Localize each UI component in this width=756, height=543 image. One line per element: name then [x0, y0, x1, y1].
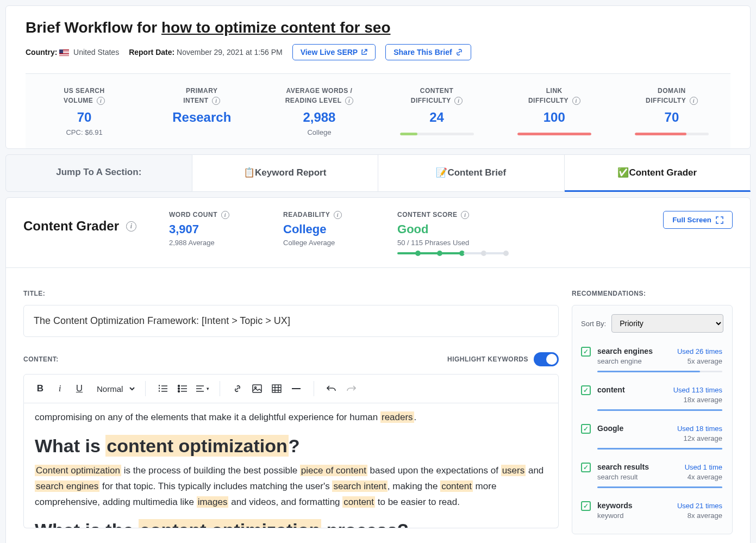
search-volume-value: 70: [31, 110, 138, 125]
rec-keyword: search engines: [597, 347, 653, 355]
grader-title: Content Grader: [23, 211, 136, 234]
content-grader-card: Content Grader WORD COUNT 3,907 2,988 Av…: [5, 197, 751, 543]
fullscreen-button[interactable]: Full Screen: [663, 211, 733, 229]
content-difficulty-value: 24: [384, 110, 490, 125]
recommendations-list[interactable]: ✓ search enginesUsed 26 times search eng…: [572, 340, 732, 525]
align-button[interactable]: ▾: [193, 380, 211, 397]
title-input[interactable]: [23, 305, 559, 337]
rec-used: Used 1 time: [685, 463, 722, 471]
view-serp-button[interactable]: View Live SERP: [292, 44, 376, 60]
expand-icon: [716, 216, 723, 224]
hr-button[interactable]: [288, 380, 305, 397]
stat-avg-words: AVERAGE WORDS /READING LEVEL 2,988 Colle…: [260, 74, 378, 148]
rec-avg: 5x average: [688, 357, 722, 365]
image-button[interactable]: [248, 380, 266, 397]
rec-keyword: Google: [597, 424, 623, 433]
rec-alt: search engine: [597, 357, 642, 365]
stat-search-volume: US SEARCHVOLUME 70 CPC: $6.91: [26, 74, 143, 148]
info-icon[interactable]: [97, 97, 105, 105]
svg-point-2: [178, 391, 180, 392]
svg-point-1: [178, 388, 180, 390]
stat-domain-difficulty: DOMAINDIFFICULTY 70: [613, 74, 730, 148]
svg-point-4: [255, 387, 257, 389]
info-icon[interactable]: [454, 97, 463, 105]
rec-avg: 8x average: [688, 511, 722, 520]
redo-button[interactable]: [342, 380, 360, 397]
bullet-list-button[interactable]: [174, 380, 191, 397]
bold-button[interactable]: B: [32, 380, 49, 397]
report-date: Report Date: November 29, 2021 at 1:56 P…: [129, 48, 282, 57]
title-label: TITLE:: [23, 290, 559, 297]
word-count-stat: WORD COUNT 3,907 2,988 Average: [169, 211, 251, 247]
highlight-keywords-label: HIGHLIGHT KEYWORDS: [447, 355, 528, 363]
rec-used: Used 21 times: [677, 502, 722, 510]
rec-alt: keyword: [597, 511, 623, 520]
rec-used: Used 18 times: [677, 425, 722, 433]
recommendation-item[interactable]: ✓ search resultsUsed 1 time search resul…: [573, 456, 731, 495]
share-brief-button[interactable]: Share This Brief: [385, 44, 471, 60]
recommendation-item[interactable]: ✓ search enginesUsed 26 times search eng…: [573, 340, 731, 379]
svg-rect-5: [272, 385, 281, 392]
svg-rect-3: [253, 385, 261, 392]
svg-point-0: [178, 385, 180, 387]
title-prefix: Brief Workflow for: [26, 19, 161, 36]
page-title: Brief Workflow for how to optimize conte…: [26, 19, 730, 36]
content-editor[interactable]: compromising on any of the elements that…: [23, 403, 559, 528]
rec-keyword: content: [597, 385, 625, 394]
sort-label: Sort By:: [581, 320, 606, 328]
tab-content-brief[interactable]: 📝Content Brief: [378, 154, 565, 192]
content-label: CONTENT:: [23, 355, 59, 363]
rec-avg: 12x average: [683, 434, 722, 442]
stat-primary-intent: PRIMARYINTENT Research: [143, 74, 260, 148]
rec-keyword: keywords: [597, 501, 633, 510]
stat-link-difficulty: LINKDIFFICULTY 100: [496, 74, 613, 148]
recommendation-item[interactable]: ✓ GoogleUsed 18 times 12x average: [573, 417, 731, 456]
content-score-value: Good: [397, 222, 506, 236]
check-icon: ✓: [581, 501, 591, 511]
undo-button[interactable]: [323, 380, 340, 397]
recommendation-item[interactable]: ✓ contentUsed 113 times 18x average: [573, 379, 731, 417]
info-icon[interactable]: [221, 211, 229, 219]
svg-rect-6: [292, 388, 301, 389]
section-tabs: Jump To A Section: 📋Keyword Report 📝Cont…: [5, 154, 751, 192]
external-link-icon: [361, 49, 367, 55]
rec-alt: search result: [597, 473, 638, 481]
table-button[interactable]: [268, 380, 285, 397]
sort-select[interactable]: Priority: [611, 314, 723, 333]
info-icon[interactable]: [345, 97, 353, 105]
stat-content-difficulty: CONTENTDIFFICULTY 24: [378, 74, 496, 148]
info-icon[interactable]: [212, 97, 220, 105]
check-icon: ✓: [581, 347, 591, 357]
link-button[interactable]: [229, 380, 246, 397]
highlight-keywords-toggle[interactable]: [534, 352, 559, 366]
link-difficulty-value: 100: [501, 110, 608, 125]
primary-intent-value[interactable]: Research: [148, 110, 255, 125]
rec-keyword: search results: [597, 463, 649, 471]
info-icon[interactable]: [690, 97, 698, 105]
info-icon[interactable]: [334, 211, 342, 219]
recommendations-panel: Sort By: Priority ✓ search enginesUsed 2…: [572, 305, 733, 534]
rec-avg: 18x average: [683, 396, 722, 404]
readability-stat: READABILITY College College Average: [283, 211, 365, 247]
info-icon[interactable]: [572, 97, 580, 105]
tab-keyword-report[interactable]: 📋Keyword Report: [192, 154, 379, 192]
word-count-value: 3,907: [169, 222, 251, 236]
brief-header: Brief Workflow for how to optimize conte…: [5, 5, 751, 149]
ordered-list-button[interactable]: [154, 380, 172, 397]
rec-used: Used 113 times: [673, 386, 722, 394]
check-icon: ✓: [581, 463, 591, 472]
info-icon[interactable]: [461, 211, 469, 219]
underline-button[interactable]: U: [71, 380, 88, 397]
cpc-value: CPC: $6.91: [31, 128, 138, 136]
check-icon: ✓: [581, 385, 591, 395]
italic-button[interactable]: i: [51, 380, 68, 397]
rec-used: Used 26 times: [677, 347, 722, 355]
recommendations-label: RECOMMENDATIONS:: [572, 290, 733, 297]
score-track: [397, 252, 506, 254]
recommendation-item[interactable]: ✓ keywordsUsed 21 times keyword8x averag…: [573, 495, 731, 525]
tab-content-grader[interactable]: ✅Content Grader: [565, 154, 751, 192]
jump-to-label: Jump To A Section:: [5, 154, 192, 192]
format-select[interactable]: Normal: [90, 380, 136, 397]
rec-avg: 4x average: [688, 473, 722, 481]
info-icon[interactable]: [126, 221, 136, 232]
